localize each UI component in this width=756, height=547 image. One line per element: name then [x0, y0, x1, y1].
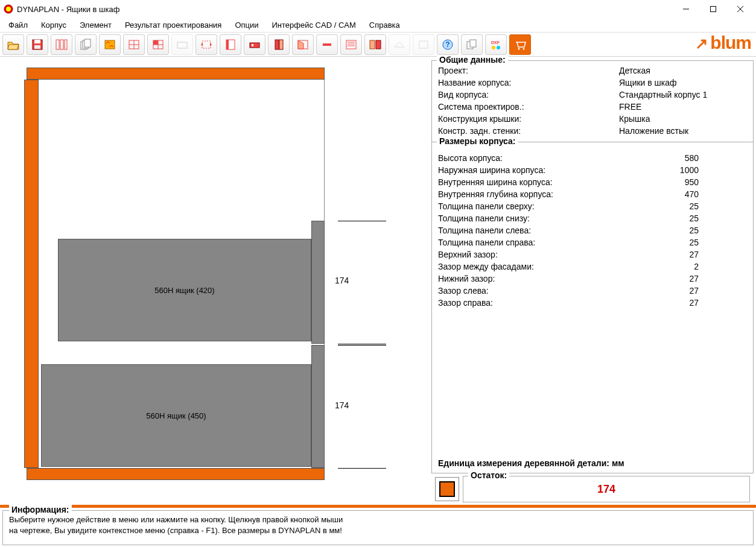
size-row: Высота корпуса:580 — [438, 152, 747, 164]
multi-pages-button[interactable] — [75, 34, 97, 55]
svg-rect-3 — [710, 7, 716, 12]
drawer-2-label: 560H ящик (450) — [146, 411, 206, 420]
lid-label: Конструкция крышки: — [438, 113, 619, 125]
dim-2-value: 174 — [335, 400, 349, 410]
rotate-button[interactable] — [195, 34, 217, 55]
drawer-1[interactable]: 560H ящик (420) — [58, 239, 311, 341]
system-label: Система проектиров.: — [438, 101, 619, 113]
size-row: Толщина панели сверху:25 — [438, 200, 747, 212]
size-value: 27 — [679, 248, 747, 261]
general-panel-title: Общие данные: — [437, 55, 508, 65]
size-value: 580 — [679, 152, 747, 164]
size-key: Толщина панели сверху: — [438, 200, 679, 212]
remainder-icon-inner — [439, 481, 455, 497]
drawer-2[interactable]: 560H ящик (450) — [41, 364, 311, 467]
menu-design-result[interactable]: Результат проектирования — [119, 19, 227, 31]
svg-rect-30 — [279, 40, 283, 49]
lid-value: Крышка — [619, 113, 747, 125]
drawer-1-side[interactable] — [311, 221, 325, 344]
maximize-button[interactable] — [699, 0, 726, 18]
save-button[interactable] — [27, 34, 48, 55]
svg-point-47 — [518, 48, 520, 49]
grid1-button[interactable] — [123, 34, 145, 55]
shop-button[interactable] — [509, 34, 531, 55]
size-key: Внутренняя глубина корпуса: — [438, 188, 679, 200]
right-panels: Общие данные: Проект:Детская Название ко… — [431, 57, 756, 505]
minus-button[interactable] — [316, 34, 338, 55]
drawing-pane[interactable]: 560H ящик (420) 560H ящик (450) 174 174 — [0, 57, 431, 505]
size-key: Толщина панели справа: — [438, 236, 679, 248]
size-key: Зазор между фасадами: — [438, 261, 679, 273]
type-label: Вид корпуса: — [438, 89, 619, 101]
cabinet-left-panel[interactable] — [24, 80, 39, 468]
project-label: Проект: — [438, 65, 619, 77]
size-key: Толщина панели снизу: — [438, 212, 679, 224]
spacer-button — [413, 34, 434, 55]
close-button[interactable] — [726, 0, 754, 18]
app-icon — [4, 4, 13, 14]
menu-corpus[interactable]: Корпус — [35, 19, 72, 31]
size-value: 25 — [679, 236, 747, 248]
size-row: Нижний зазор:27 — [438, 273, 747, 285]
main-area: 560H ящик (420) 560H ящик (450) 174 174 … — [0, 57, 756, 505]
size-row: Наружная ширина корпуса:1000 — [438, 164, 747, 176]
menu-cadcam[interactable]: Интерфейс CAD / CAM — [266, 19, 362, 31]
open-button[interactable] — [2, 34, 24, 55]
front-button[interactable] — [244, 34, 265, 55]
svg-rect-9 — [56, 40, 59, 49]
menu-element[interactable]: Элемент — [74, 19, 118, 31]
back-label: Констр. задн. стенки: — [438, 125, 619, 137]
size-row: Толщина панели снизу:25 — [438, 212, 747, 224]
separator-bar — [0, 505, 756, 508]
size-row: Толщина панели справа:25 — [438, 236, 747, 248]
cabinets-button[interactable] — [364, 34, 386, 55]
dim-line-1-top — [338, 221, 386, 221]
grid2-button[interactable] — [147, 34, 169, 55]
remainder-label: Остаток: — [468, 470, 509, 480]
remainder-value: 174 — [597, 483, 615, 496]
effects-button[interactable] — [99, 34, 121, 55]
svg-rect-24 — [202, 41, 211, 48]
minimize-button[interactable] — [672, 0, 699, 18]
layout-3col-button[interactable] — [51, 34, 72, 55]
svg-rect-8 — [34, 45, 40, 49]
svg-point-1 — [6, 7, 11, 11]
cabinet-bottom-panel[interactable] — [27, 468, 325, 480]
menu-help[interactable]: Справка — [363, 19, 406, 31]
dxf-button[interactable]: DXF — [485, 34, 507, 55]
dim-line-2-top — [338, 345, 386, 346]
drawer-2-side[interactable] — [311, 345, 325, 468]
svg-rect-26 — [226, 40, 229, 49]
svg-rect-37 — [370, 40, 375, 49]
copy-button[interactable] — [461, 34, 483, 55]
cabinet-top-panel[interactable] — [27, 68, 325, 80]
help-button[interactable]: ? — [437, 34, 459, 55]
size-row: Верхний зазор:27 — [438, 248, 747, 261]
size-key: Толщина панели слева: — [438, 224, 679, 236]
size-row: Зазор справа:27 — [438, 297, 747, 309]
size-value: 2 — [679, 261, 747, 273]
svg-rect-43 — [470, 40, 476, 47]
sizes-panel: Размеры корпуса: Высота корпуса:580Наруж… — [431, 142, 754, 473]
menu-file[interactable]: Файл — [2, 19, 34, 31]
svg-rect-11 — [65, 40, 67, 49]
menu-options[interactable]: Опции — [229, 19, 264, 31]
sidepanel-button[interactable] — [220, 34, 241, 55]
dim-line-2-bot — [338, 468, 386, 469]
size-value: 27 — [679, 297, 747, 309]
door-button[interactable] — [268, 34, 290, 55]
size-value: 27 — [679, 273, 747, 285]
size-row: Толщина панели слева:25 — [438, 224, 747, 236]
name-label: Название корпуса: — [438, 77, 619, 89]
door2-button[interactable] — [292, 34, 314, 55]
brand-text: blum — [710, 33, 751, 53]
plane-button — [389, 34, 410, 55]
cabinet-drawing[interactable]: 560H ящик (420) 560H ящик (450) — [24, 68, 325, 480]
size-row: Зазор слева:27 — [438, 285, 747, 297]
remainder-icon[interactable] — [435, 477, 459, 501]
remainder-panel: Остаток: 174 — [463, 476, 750, 502]
list-button[interactable] — [340, 34, 362, 55]
svg-point-48 — [523, 48, 525, 49]
svg-rect-20 — [153, 40, 158, 45]
titlebar: DYNAPLAN - Ящики в шкаф — [0, 0, 756, 18]
